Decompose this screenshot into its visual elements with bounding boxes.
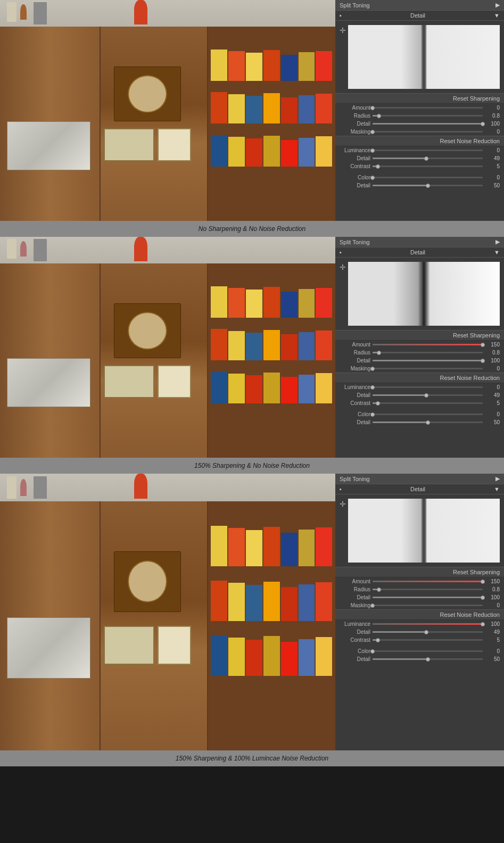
color-detail-slider-1[interactable] bbox=[373, 185, 483, 186]
masking-slider-3[interactable] bbox=[373, 605, 483, 606]
detail-slider-1[interactable] bbox=[373, 123, 483, 125]
amount-thumb-1[interactable] bbox=[370, 106, 375, 110]
lum-detail-slider-2[interactable] bbox=[373, 394, 483, 396]
split-toning-header-1[interactable]: Split Toning ▶ bbox=[335, 0, 504, 11]
luminance-row-3: Luminance 100 bbox=[335, 620, 504, 628]
radius-label-2: Radius bbox=[340, 350, 370, 356]
amount-thumb-2[interactable] bbox=[481, 343, 485, 347]
amount-row-3: Amount 150 bbox=[335, 577, 504, 585]
contrast-thumb-2[interactable] bbox=[376, 401, 380, 406]
color-detail-slider-2[interactable] bbox=[373, 422, 483, 423]
preview-crosshair-1[interactable]: ✛ bbox=[340, 26, 346, 35]
radius-label-3: Radius bbox=[340, 586, 370, 592]
color-thumb-1[interactable] bbox=[370, 176, 375, 180]
contrast-slider-1[interactable] bbox=[373, 166, 483, 167]
radius-value-1: 0.8 bbox=[485, 113, 500, 119]
detail-header-1[interactable]: ▪ Detail ▼ bbox=[335, 11, 504, 21]
color-detail-row-3: Detail 50 bbox=[335, 655, 504, 663]
radius-thumb-1[interactable] bbox=[377, 114, 381, 118]
detail-thumb-3[interactable] bbox=[481, 596, 485, 600]
color-slider-3[interactable] bbox=[373, 650, 483, 652]
luminance-thumb-3[interactable] bbox=[481, 622, 485, 626]
amount-value-1: 0 bbox=[485, 105, 500, 111]
contrast-thumb-3[interactable] bbox=[376, 638, 380, 642]
detail-slider-2[interactable] bbox=[373, 360, 483, 361]
color-detail-slider-3[interactable] bbox=[373, 658, 483, 660]
reset-sharpening-btn-3[interactable]: Reset Sharpening bbox=[453, 569, 500, 575]
masking-value-3: 0 bbox=[485, 602, 500, 608]
color-thumb-3[interactable] bbox=[370, 649, 375, 654]
amount-fill-2 bbox=[373, 344, 483, 345]
detail-arrow-1: ▼ bbox=[494, 12, 500, 19]
lum-detail-row-1: Detail 49 bbox=[335, 154, 504, 162]
lum-detail-thumb-1[interactable] bbox=[424, 156, 428, 161]
contrast-label-2: Contrast bbox=[340, 400, 370, 406]
color-detail-thumb-2[interactable] bbox=[426, 420, 430, 425]
reset-noise-btn-1[interactable]: Reset Noise Reduction bbox=[440, 138, 500, 144]
masking-thumb-1[interactable] bbox=[370, 130, 375, 134]
radius-thumb-3[interactable] bbox=[377, 588, 381, 592]
reset-sharpening-btn-2[interactable]: Reset Sharpening bbox=[453, 332, 500, 338]
masking-row-3: Masking 0 bbox=[335, 601, 504, 609]
radius-thumb-2[interactable] bbox=[377, 351, 381, 355]
radius-slider-1[interactable] bbox=[373, 115, 483, 117]
reset-noise-btn-3[interactable]: Reset Noise Reduction bbox=[440, 611, 500, 618]
noise-header-3: Reset Noise Reduction bbox=[335, 609, 504, 620]
color-slider-2[interactable] bbox=[373, 414, 483, 415]
color-detail-row-2: Detail 50 bbox=[335, 418, 504, 426]
masking-slider-1[interactable] bbox=[373, 131, 483, 133]
split-toning-header-3[interactable]: Split Toning ▶ bbox=[335, 474, 504, 484]
split-toning-header-2[interactable]: Split Toning ▶ bbox=[335, 237, 504, 247]
detail-title-3: Detail bbox=[410, 486, 425, 492]
detail-header-3[interactable]: ▪ Detail ▼ bbox=[335, 484, 504, 494]
contrast-slider-2[interactable] bbox=[373, 402, 483, 404]
amount-fill-3 bbox=[373, 581, 483, 582]
masking-label-3: Masking bbox=[340, 602, 370, 608]
preview-crosshair-2[interactable]: ✛ bbox=[340, 263, 346, 271]
color-detail-label-2: Detail bbox=[340, 419, 370, 425]
detail-thumb-2[interactable] bbox=[481, 359, 485, 363]
lum-detail-slider-1[interactable] bbox=[373, 158, 483, 159]
lum-detail-thumb-2[interactable] bbox=[424, 393, 428, 398]
reset-sharpening-btn-1[interactable]: Reset Sharpening bbox=[453, 95, 500, 102]
radius-slider-3[interactable] bbox=[373, 589, 483, 590]
luminance-slider-1[interactable] bbox=[373, 150, 483, 151]
luminance-thumb-1[interactable] bbox=[370, 148, 375, 153]
masking-label-1: Masking bbox=[340, 129, 370, 135]
amount-slider-1[interactable] bbox=[373, 107, 483, 109]
contrast-slider-3[interactable] bbox=[373, 639, 483, 641]
color-thumb-2[interactable] bbox=[370, 412, 375, 417]
lum-detail-thumb-3[interactable] bbox=[424, 630, 428, 634]
radius-slider-2[interactable] bbox=[373, 352, 483, 353]
lum-detail-slider-3[interactable] bbox=[373, 631, 483, 633]
detail-slider-3[interactable] bbox=[373, 597, 483, 598]
amount-slider-2[interactable] bbox=[373, 344, 483, 345]
masking-slider-2[interactable] bbox=[373, 368, 483, 369]
masking-thumb-3[interactable] bbox=[370, 604, 375, 608]
lum-detail-row-2: Detail 49 bbox=[335, 391, 504, 399]
contrast-row-3: Contrast 5 bbox=[335, 636, 504, 644]
detail-header-2[interactable]: ▪ Detail ▼ bbox=[335, 247, 504, 258]
right-panel-1: Split Toning ▶ ▪ Detail ▼ ✛ Reset Sharpe… bbox=[335, 0, 504, 221]
luminance-slider-2[interactable] bbox=[373, 386, 483, 388]
amount-slider-3[interactable] bbox=[373, 581, 483, 582]
color-slider-1[interactable] bbox=[373, 177, 483, 178]
thumb-image-3 bbox=[348, 499, 500, 563]
luminance-slider-3[interactable] bbox=[373, 623, 483, 625]
luminance-thumb-2[interactable] bbox=[370, 385, 375, 390]
detail-thumb-1[interactable] bbox=[481, 122, 485, 126]
color-detail-thumb-1[interactable] bbox=[426, 184, 430, 188]
preview-thumb-1 bbox=[348, 25, 500, 89]
color-detail-value-1: 50 bbox=[485, 183, 500, 188]
contrast-label-1: Contrast bbox=[340, 163, 370, 169]
preview-crosshair-3[interactable]: ✛ bbox=[340, 500, 346, 508]
reset-noise-btn-2[interactable]: Reset Noise Reduction bbox=[440, 375, 500, 381]
amount-value-2: 150 bbox=[485, 342, 500, 348]
masking-thumb-2[interactable] bbox=[370, 367, 375, 371]
contrast-row-1: Contrast 5 bbox=[335, 162, 504, 170]
color-detail-thumb-3[interactable] bbox=[426, 657, 430, 662]
detail-value-2: 100 bbox=[485, 358, 500, 363]
amount-thumb-3[interactable] bbox=[481, 580, 485, 584]
detail-icon-2: ▪ bbox=[340, 249, 342, 255]
contrast-thumb-1[interactable] bbox=[376, 164, 380, 169]
